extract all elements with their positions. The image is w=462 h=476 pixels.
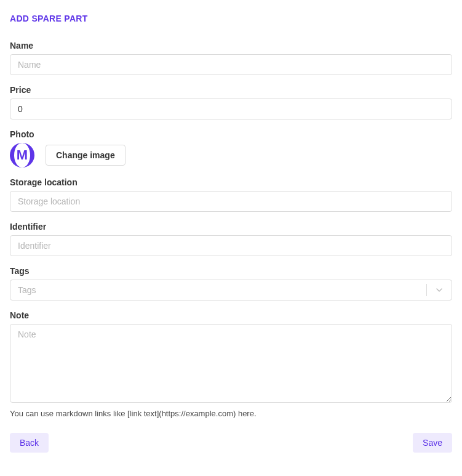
photo-label: Photo [10,129,452,139]
tags-placeholder: Tags [10,280,426,300]
price-field: Price [10,85,452,119]
storage-location-field: Storage location [10,177,452,212]
identifier-label: Identifier [10,222,452,232]
storage-location-input[interactable] [10,191,452,212]
price-input[interactable] [10,99,452,119]
page-title: ADD SPARE PART [10,14,452,23]
button-row: Back Save [10,433,452,453]
tags-field: Tags Tags [10,266,452,301]
photo-logo-icon: M [10,143,34,167]
name-label: Name [10,41,452,50]
identifier-input[interactable] [10,235,452,256]
photo-row: M Change image [10,143,452,167]
photo-field: Photo M Change image [10,129,452,167]
note-textarea[interactable] [10,324,452,403]
name-field: Name [10,41,452,75]
change-image-button[interactable]: Change image [46,145,125,166]
chevron-down-icon [427,285,452,295]
tags-label: Tags [10,266,452,276]
photo-logo-letter: M [17,147,28,163]
save-button[interactable]: Save [413,433,452,453]
tags-select[interactable]: Tags [10,280,452,301]
price-label: Price [10,85,452,95]
name-input[interactable] [10,54,452,75]
storage-location-label: Storage location [10,177,452,187]
note-field: Note You can use markdown links like [li… [10,310,452,418]
note-label: Note [10,310,452,320]
note-help-text: You can use markdown links like [link te… [10,409,452,418]
back-button[interactable]: Back [10,433,49,453]
identifier-field: Identifier [10,222,452,256]
